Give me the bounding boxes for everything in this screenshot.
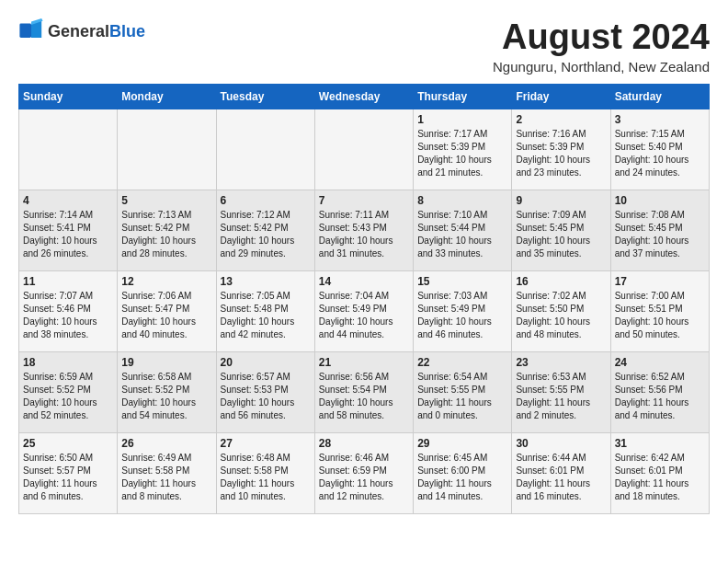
- calendar-cell: 19Sunrise: 6:58 AM Sunset: 5:52 PM Dayli…: [118, 351, 216, 432]
- day-number: 3: [615, 113, 705, 126]
- day-number: 30: [516, 437, 606, 450]
- logo-text-general: General: [48, 22, 109, 40]
- day-number: 12: [121, 275, 211, 288]
- day-info: Sunrise: 7:12 AM Sunset: 5:42 PM Dayligh…: [221, 209, 311, 260]
- calendar-cell: 13Sunrise: 7:05 AM Sunset: 5:48 PM Dayli…: [216, 270, 314, 351]
- calendar-cell: [118, 109, 216, 190]
- day-info: Sunrise: 6:56 AM Sunset: 5:54 PM Dayligh…: [319, 371, 409, 422]
- day-info: Sunrise: 7:15 AM Sunset: 5:40 PM Dayligh…: [615, 128, 705, 179]
- day-number: 18: [23, 356, 113, 369]
- week-row-4: 18Sunrise: 6:59 AM Sunset: 5:52 PM Dayli…: [19, 351, 710, 432]
- col-friday: Friday: [512, 84, 610, 109]
- day-number: 21: [319, 356, 409, 369]
- day-number: 14: [319, 275, 409, 288]
- col-wednesday: Wednesday: [314, 84, 413, 109]
- day-info: Sunrise: 6:42 AM Sunset: 6:01 PM Dayligh…: [615, 452, 705, 503]
- day-info: Sunrise: 7:10 AM Sunset: 5:44 PM Dayligh…: [417, 209, 507, 260]
- day-number: 1: [417, 113, 507, 126]
- calendar-table: Sunday Monday Tuesday Wednesday Thursday…: [18, 84, 710, 514]
- logo: GeneralBlue: [18, 18, 145, 44]
- calendar-cell: 5Sunrise: 7:13 AM Sunset: 5:42 PM Daylig…: [118, 190, 216, 270]
- day-info: Sunrise: 7:16 AM Sunset: 5:39 PM Dayligh…: [516, 128, 606, 179]
- calendar-cell: 7Sunrise: 7:11 AM Sunset: 5:43 PM Daylig…: [314, 190, 413, 270]
- calendar-cell: 20Sunrise: 6:57 AM Sunset: 5:53 PM Dayli…: [216, 351, 314, 432]
- calendar-cell: 14Sunrise: 7:04 AM Sunset: 5:49 PM Dayli…: [314, 270, 413, 351]
- day-info: Sunrise: 7:17 AM Sunset: 5:39 PM Dayligh…: [417, 128, 507, 179]
- day-number: 19: [121, 356, 211, 369]
- col-monday: Monday: [118, 84, 216, 109]
- day-info: Sunrise: 6:50 AM Sunset: 5:57 PM Dayligh…: [23, 452, 113, 503]
- day-number: 22: [417, 356, 507, 369]
- day-number: 9: [516, 194, 606, 207]
- calendar-cell: 6Sunrise: 7:12 AM Sunset: 5:42 PM Daylig…: [216, 190, 314, 270]
- day-info: Sunrise: 7:11 AM Sunset: 5:43 PM Dayligh…: [319, 209, 409, 260]
- day-info: Sunrise: 7:02 AM Sunset: 5:50 PM Dayligh…: [516, 290, 606, 341]
- calendar-cell: 29Sunrise: 6:45 AM Sunset: 6:00 PM Dayli…: [414, 432, 512, 513]
- page-header: GeneralBlue August 2024 Ngunguru, Northl…: [18, 18, 710, 75]
- day-number: 4: [23, 194, 113, 207]
- week-row-1: 1Sunrise: 7:17 AM Sunset: 5:39 PM Daylig…: [19, 109, 710, 190]
- day-info: Sunrise: 7:13 AM Sunset: 5:42 PM Dayligh…: [121, 209, 211, 260]
- day-number: 24: [615, 356, 705, 369]
- day-info: Sunrise: 6:45 AM Sunset: 6:00 PM Dayligh…: [417, 452, 507, 503]
- calendar-cell: 28Sunrise: 6:46 AM Sunset: 6:59 PM Dayli…: [314, 432, 413, 513]
- calendar-cell: 24Sunrise: 6:52 AM Sunset: 5:56 PM Dayli…: [610, 351, 709, 432]
- day-info: Sunrise: 7:04 AM Sunset: 5:49 PM Dayligh…: [319, 290, 409, 341]
- day-number: 10: [615, 194, 705, 207]
- calendar-cell: 16Sunrise: 7:02 AM Sunset: 5:50 PM Dayli…: [512, 270, 610, 351]
- title-area: August 2024 Ngunguru, Northland, New Zea…: [493, 18, 710, 75]
- calendar-cell: 25Sunrise: 6:50 AM Sunset: 5:57 PM Dayli…: [19, 432, 118, 513]
- day-info: Sunrise: 6:58 AM Sunset: 5:52 PM Dayligh…: [121, 371, 211, 422]
- col-sunday: Sunday: [19, 84, 118, 109]
- day-number: 29: [417, 437, 507, 450]
- calendar-cell: 1Sunrise: 7:17 AM Sunset: 5:39 PM Daylig…: [414, 109, 512, 190]
- calendar-cell: 10Sunrise: 7:08 AM Sunset: 5:45 PM Dayli…: [610, 190, 709, 270]
- day-number: 27: [221, 437, 311, 450]
- day-number: 28: [319, 437, 409, 450]
- calendar-cell: 21Sunrise: 6:56 AM Sunset: 5:54 PM Dayli…: [314, 351, 413, 432]
- day-number: 25: [23, 437, 113, 450]
- col-thursday: Thursday: [414, 84, 512, 109]
- day-number: 11: [23, 275, 113, 288]
- calendar-cell: 23Sunrise: 6:53 AM Sunset: 5:55 PM Dayli…: [512, 351, 610, 432]
- day-info: Sunrise: 6:52 AM Sunset: 5:56 PM Dayligh…: [615, 371, 705, 422]
- day-info: Sunrise: 6:46 AM Sunset: 6:59 PM Dayligh…: [319, 452, 409, 503]
- col-saturday: Saturday: [610, 84, 709, 109]
- calendar-cell: 17Sunrise: 7:00 AM Sunset: 5:51 PM Dayli…: [610, 270, 709, 351]
- calendar-cell: 3Sunrise: 7:15 AM Sunset: 5:40 PM Daylig…: [610, 109, 709, 190]
- calendar-cell: 12Sunrise: 7:06 AM Sunset: 5:47 PM Dayli…: [118, 270, 216, 351]
- day-number: 26: [121, 437, 211, 450]
- day-info: Sunrise: 6:53 AM Sunset: 5:55 PM Dayligh…: [516, 371, 606, 422]
- day-info: Sunrise: 6:57 AM Sunset: 5:53 PM Dayligh…: [221, 371, 311, 422]
- day-info: Sunrise: 7:03 AM Sunset: 5:49 PM Dayligh…: [417, 290, 507, 341]
- day-info: Sunrise: 7:14 AM Sunset: 5:41 PM Dayligh…: [23, 209, 113, 260]
- day-number: 7: [319, 194, 409, 207]
- calendar-cell: 4Sunrise: 7:14 AM Sunset: 5:41 PM Daylig…: [19, 190, 118, 270]
- calendar-cell: 18Sunrise: 6:59 AM Sunset: 5:52 PM Dayli…: [19, 351, 118, 432]
- calendar-cell: [216, 109, 314, 190]
- calendar-cell: 31Sunrise: 6:42 AM Sunset: 6:01 PM Dayli…: [610, 432, 709, 513]
- day-number: 13: [221, 275, 311, 288]
- calendar-cell: 8Sunrise: 7:10 AM Sunset: 5:44 PM Daylig…: [414, 190, 512, 270]
- calendar-cell: 26Sunrise: 6:49 AM Sunset: 5:58 PM Dayli…: [118, 432, 216, 513]
- calendar-cell: 15Sunrise: 7:03 AM Sunset: 5:49 PM Dayli…: [414, 270, 512, 351]
- calendar-cell: [19, 109, 118, 190]
- day-info: Sunrise: 6:44 AM Sunset: 6:01 PM Dayligh…: [516, 452, 606, 503]
- day-number: 23: [516, 356, 606, 369]
- subtitle: Ngunguru, Northland, New Zealand: [493, 59, 710, 75]
- calendar-cell: 11Sunrise: 7:07 AM Sunset: 5:46 PM Dayli…: [19, 270, 118, 351]
- day-number: 16: [516, 275, 606, 288]
- day-info: Sunrise: 7:00 AM Sunset: 5:51 PM Dayligh…: [615, 290, 705, 341]
- calendar-cell: [314, 109, 413, 190]
- calendar-cell: 9Sunrise: 7:09 AM Sunset: 5:45 PM Daylig…: [512, 190, 610, 270]
- day-number: 17: [615, 275, 705, 288]
- day-number: 5: [121, 194, 211, 207]
- calendar-cell: 22Sunrise: 6:54 AM Sunset: 5:55 PM Dayli…: [414, 351, 512, 432]
- calendar-cell: 2Sunrise: 7:16 AM Sunset: 5:39 PM Daylig…: [512, 109, 610, 190]
- week-row-3: 11Sunrise: 7:07 AM Sunset: 5:46 PM Dayli…: [19, 270, 710, 351]
- calendar-cell: 27Sunrise: 6:48 AM Sunset: 5:58 PM Dayli…: [216, 432, 314, 513]
- day-number: 31: [615, 437, 705, 450]
- day-info: Sunrise: 6:59 AM Sunset: 5:52 PM Dayligh…: [23, 371, 113, 422]
- day-info: Sunrise: 6:54 AM Sunset: 5:55 PM Dayligh…: [417, 371, 507, 422]
- day-info: Sunrise: 7:08 AM Sunset: 5:45 PM Dayligh…: [615, 209, 705, 260]
